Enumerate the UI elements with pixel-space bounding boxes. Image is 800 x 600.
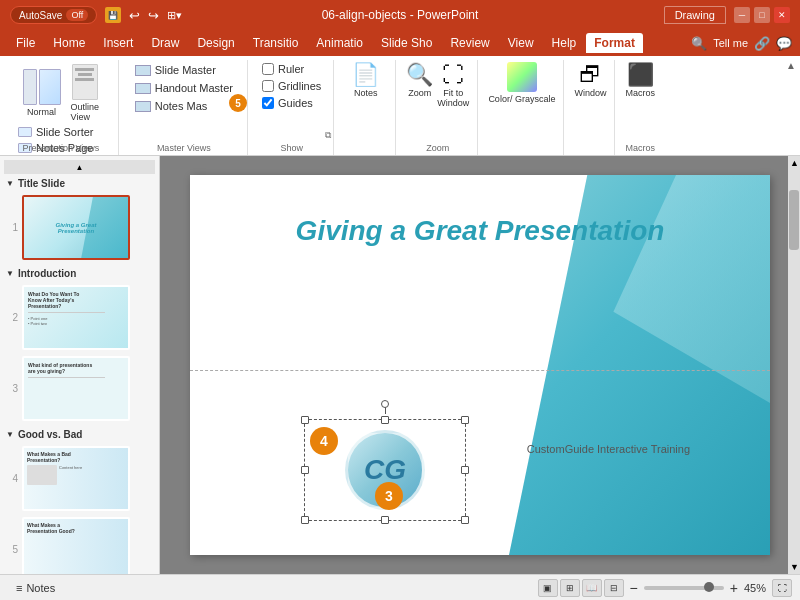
guides-input[interactable] xyxy=(262,97,274,109)
badge-4: 4 xyxy=(310,427,338,455)
notes-chevron-icon: ≡ xyxy=(16,582,22,594)
slide-sorter-toggle[interactable]: ⊞ xyxy=(560,579,580,597)
slide-panel: ▲ Title Slide 1 Giving a GreatPresentati… xyxy=(0,156,160,574)
notes-status-label: Notes xyxy=(26,582,55,594)
slide-master-button[interactable]: Slide Master xyxy=(129,62,239,78)
save-icon[interactable]: 💾 xyxy=(105,7,121,23)
ribbon-group-window: 🗗 Window xyxy=(566,60,615,155)
autosave-status: Off xyxy=(66,9,88,21)
slide-thumb-1[interactable]: Giving a GreatPresentation xyxy=(22,195,130,260)
notes-ribbon-button[interactable]: 📄 Notes xyxy=(352,62,379,98)
handle-bottom-middle[interactable] xyxy=(381,516,389,524)
color-grayscale-icon xyxy=(507,62,537,92)
slide-thumb-4[interactable]: What Makes a BadPresentation? Content he… xyxy=(22,446,130,511)
fit-to-window-button[interactable]: ⛶ Fit toWindow xyxy=(437,62,469,108)
autosave-toggle[interactable]: AutoSave Off xyxy=(10,6,97,24)
zoom-slider[interactable] xyxy=(644,586,724,590)
menu-help[interactable]: Help xyxy=(544,33,585,53)
guides-checkbox[interactable]: Guides xyxy=(258,96,325,110)
reading-view-toggle[interactable]: 📖 xyxy=(582,579,602,597)
slide-item-2[interactable]: 2 What Do You Want ToKnow After Today'sP… xyxy=(4,283,155,352)
handle-bottom-right[interactable] xyxy=(461,516,469,524)
status-bar-right: ▣ ⊞ 📖 ⊟ − + 45% ⛶ xyxy=(538,579,792,597)
drawing-tab[interactable]: Drawing xyxy=(664,6,726,24)
menu-design[interactable]: Design xyxy=(189,33,242,53)
menu-view[interactable]: View xyxy=(500,33,542,53)
macros-icon: ⬛ xyxy=(627,62,654,88)
gridlines-input[interactable] xyxy=(262,80,274,92)
menu-slideshow[interactable]: Slide Sho xyxy=(373,33,440,53)
normal-view-button[interactable]: Normal xyxy=(19,67,65,119)
slide-sorter-button[interactable]: Slide Sorter xyxy=(12,124,110,140)
slide-item-5[interactable]: 5 What Makes aPresentation Good? xyxy=(4,515,155,574)
slide-item-1[interactable]: 1 Giving a GreatPresentation xyxy=(4,193,155,262)
macros-button[interactable]: ⬛ Macros xyxy=(625,62,655,98)
notes-master-button[interactable]: Notes Mas 5 xyxy=(129,98,239,114)
slide-number-2: 2 xyxy=(6,312,18,323)
panel-scroll-up[interactable]: ▲ xyxy=(4,160,155,174)
rotate-handle[interactable] xyxy=(381,400,389,408)
handle-top-right[interactable] xyxy=(461,416,469,424)
customize-icon[interactable]: ⊞▾ xyxy=(167,9,182,22)
menu-file[interactable]: File xyxy=(8,33,43,53)
fit-slide-button[interactable]: ⛶ xyxy=(772,579,792,597)
zoom-group-label: Zoom xyxy=(426,143,449,153)
minimize-button[interactable]: ─ xyxy=(734,7,750,23)
zoom-button[interactable]: 🔍 Zoom xyxy=(406,62,433,98)
scroll-up-arrow[interactable]: ▲ xyxy=(788,156,800,170)
fit-to-window-label: Fit toWindow xyxy=(437,88,469,108)
slide-thumb-2[interactable]: What Do You Want ToKnow After Today'sPre… xyxy=(22,285,130,350)
normal-view-toggle[interactable]: ▣ xyxy=(538,579,558,597)
menu-transitions[interactable]: Transitio xyxy=(245,33,307,53)
handout-master-button[interactable]: Handout Master xyxy=(129,80,239,96)
presenter-view-toggle[interactable]: ⊟ xyxy=(604,579,624,597)
slide-number-5: 5 xyxy=(6,544,18,555)
color-grayscale-label: Color/ Grayscale xyxy=(488,94,555,104)
slide-item-3[interactable]: 3 What kind of presentationsare you givi… xyxy=(4,354,155,423)
slide-canvas: Giving a Great Presentation CustomGuide … xyxy=(190,175,770,555)
scroll-down-arrow[interactable]: ▼ xyxy=(788,560,800,574)
color-grayscale-button[interactable]: Color/ Grayscale xyxy=(488,62,555,104)
slide-thumb-3[interactable]: What kind of presentationsare you giving… xyxy=(22,356,130,421)
slide-background: Giving a Great Presentation CustomGuide … xyxy=(190,175,770,555)
handle-bottom-left[interactable] xyxy=(301,516,309,524)
menu-draw[interactable]: Draw xyxy=(143,33,187,53)
ruler-input[interactable] xyxy=(262,63,274,75)
slide-thumb-4-inner: What Makes a BadPresentation? Content he… xyxy=(24,448,128,509)
slide-thumb-5[interactable]: What Makes aPresentation Good? xyxy=(22,517,130,574)
notes-status-button[interactable]: ≡ Notes xyxy=(8,580,63,596)
zoom-plus-icon[interactable]: + xyxy=(730,580,738,596)
window-button[interactable]: 🗗 Window xyxy=(574,62,606,98)
zoom-slider-thumb[interactable] xyxy=(704,582,714,592)
gridlines-checkbox[interactable]: Gridlines xyxy=(258,79,325,93)
slide-item-4[interactable]: 4 What Makes a BadPresentation? Content … xyxy=(4,444,155,513)
ruler-checkbox[interactable]: Ruler xyxy=(258,62,325,76)
close-button[interactable]: ✕ xyxy=(774,7,790,23)
slide-thumb-1-inner: Giving a GreatPresentation xyxy=(24,197,128,258)
undo-icon[interactable]: ↩ xyxy=(129,8,140,23)
menu-format[interactable]: Format xyxy=(586,33,643,53)
zoom-minus-icon[interactable]: − xyxy=(630,580,638,596)
share-icon[interactable]: 🔗 xyxy=(754,36,770,51)
show-expand-icon[interactable]: ⧉ xyxy=(325,130,331,141)
show-label: Show xyxy=(280,143,303,153)
vertical-scrollbar[interactable]: ▲ ▼ xyxy=(788,156,800,574)
tell-me-label[interactable]: Tell me xyxy=(713,37,748,49)
title-bar: AutoSave Off 💾 ↩ ↪ ⊞▾ 06-align-objects -… xyxy=(0,0,800,30)
outline-view-button[interactable]: OutlineView xyxy=(67,62,104,124)
comment-icon[interactable]: 💬 xyxy=(776,36,792,51)
handle-middle-right[interactable] xyxy=(461,466,469,474)
handle-top-middle[interactable] xyxy=(381,416,389,424)
menu-home[interactable]: Home xyxy=(45,33,93,53)
restore-button[interactable]: □ xyxy=(754,7,770,23)
scrollbar-thumb[interactable] xyxy=(789,190,799,250)
menu-insert[interactable]: Insert xyxy=(95,33,141,53)
menu-review[interactable]: Review xyxy=(442,33,497,53)
ribbon-expand-icon[interactable]: ▲ xyxy=(786,60,796,71)
menu-animations[interactable]: Animatio xyxy=(308,33,371,53)
fit-window-icon: ⛶ xyxy=(442,62,464,88)
handle-top-left[interactable] xyxy=(301,416,309,424)
redo-icon[interactable]: ↪ xyxy=(148,8,159,23)
search-icon[interactable]: 🔍 xyxy=(691,36,707,51)
handle-middle-left[interactable] xyxy=(301,466,309,474)
